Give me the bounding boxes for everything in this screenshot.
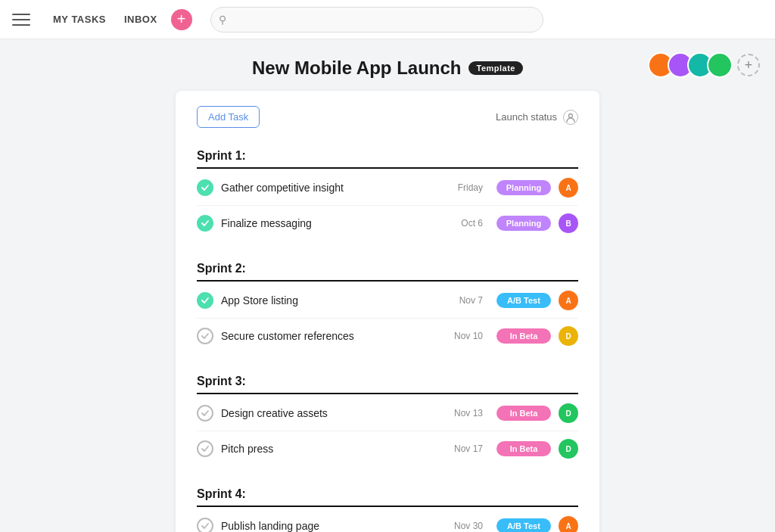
partial-check-icon (201, 444, 210, 453)
sprint-section-sprint-2: Sprint 2:App Store listingNov 7A/B TestA… (197, 256, 578, 353)
sprint-section-sprint-1: Sprint 1:Gather competitive insightFrida… (197, 143, 578, 241)
checkmark-icon (201, 296, 210, 305)
task-avatar-t2[interactable]: B (559, 213, 578, 233)
task-date-t3: Nov 7 (459, 295, 483, 306)
task-avatar-t3[interactable]: A (559, 291, 578, 310)
partial-check-icon (201, 409, 210, 418)
task-check-t6[interactable] (197, 440, 213, 457)
nav-links: MY TASKS INBOX (45, 9, 165, 30)
task-tag-t6[interactable]: In Beta (496, 441, 551, 456)
task-date-t1: Friday (458, 182, 483, 193)
task-name-t6: Pitch press (221, 443, 447, 455)
task-check-t2[interactable] (197, 215, 213, 232)
task-tag-t7[interactable]: A/B Test (496, 518, 551, 532)
search-container: ⚲ (210, 7, 543, 33)
task-avatar-t1[interactable]: A (559, 178, 578, 198)
task-check-t4[interactable] (197, 328, 213, 344)
task-panel: Add Task Launch status Sprint 1:Gather c… (176, 91, 599, 532)
task-avatar-t7[interactable]: A (559, 516, 578, 532)
task-avatar-t6[interactable]: D (559, 439, 578, 459)
task-row: Secure customer referencesNov 10In BetaD (197, 319, 578, 353)
sprint-header-sprint-3: Sprint 3: (197, 369, 578, 394)
header-avatar-group: + (648, 52, 760, 78)
nav-my-tasks[interactable]: MY TASKS (45, 9, 114, 30)
task-avatar-t5[interactable]: D (559, 403, 578, 423)
add-task-button[interactable]: Add Task (197, 106, 260, 128)
person-icon (565, 112, 576, 123)
task-date-t6: Nov 17 (454, 443, 483, 454)
task-date-t2: Oct 6 (461, 218, 483, 229)
sprint-header-sprint-4: Sprint 4: (197, 481, 578, 507)
search-input[interactable] (210, 7, 543, 33)
launch-status-icon[interactable] (563, 110, 578, 125)
svg-point-0 (569, 114, 573, 117)
launch-status: Launch status (496, 110, 578, 125)
nav-inbox[interactable]: INBOX (117, 9, 165, 30)
task-check-t3[interactable] (197, 292, 213, 309)
hamburger-menu[interactable] (12, 11, 30, 29)
task-tag-t1[interactable]: Planning (496, 180, 551, 195)
task-check-t5[interactable] (197, 405, 213, 422)
page-header: New Mobile App Launch Template + (0, 39, 775, 91)
task-check-t7[interactable] (197, 518, 213, 532)
launch-status-label: Launch status (496, 111, 557, 123)
add-member-button[interactable]: + (737, 54, 760, 76)
task-tag-t2[interactable]: Planning (496, 216, 551, 231)
avatar-4[interactable] (707, 52, 733, 78)
partial-check-icon (201, 521, 210, 530)
task-name-t5: Design creative assets (221, 407, 447, 419)
task-date-t7: Nov 30 (454, 521, 483, 531)
task-tag-t5[interactable]: In Beta (496, 406, 551, 421)
main-content: Add Task Launch status Sprint 1:Gather c… (0, 91, 775, 532)
sprint-header-sprint-1: Sprint 1: (197, 143, 578, 169)
checkmark-icon (201, 183, 210, 192)
task-name-t3: App Store listing (221, 294, 452, 306)
task-row: Publish landing pageNov 30A/B TestA (197, 509, 578, 532)
task-tag-t4[interactable]: In Beta (496, 328, 551, 344)
top-navigation: MY TASKS INBOX + ⚲ (0, 0, 775, 39)
task-avatar-t4[interactable]: D (559, 326, 578, 346)
nav-add-button[interactable]: + (171, 9, 192, 30)
page-title: New Mobile App Launch (252, 58, 461, 79)
task-date-t5: Nov 13 (454, 408, 483, 418)
task-name-t4: Secure customer references (221, 330, 447, 342)
task-date-t4: Nov 10 (454, 331, 483, 341)
task-name-t1: Gather competitive insight (221, 182, 450, 194)
search-icon: ⚲ (219, 14, 226, 26)
task-row: Pitch pressNov 17In BetaD (197, 431, 578, 466)
template-badge: Template (468, 61, 522, 75)
task-row: Finalize messagingOct 6PlanningB (197, 206, 578, 241)
task-name-t2: Finalize messaging (221, 217, 453, 229)
partial-check-icon (201, 331, 210, 341)
sprint-section-sprint-4: Sprint 4:Publish landing pageNov 30A/B T… (197, 481, 578, 532)
sprint-section-sprint-3: Sprint 3:Design creative assetsNov 13In … (197, 369, 578, 466)
task-row: Gather competitive insightFridayPlanning… (197, 170, 578, 206)
checkmark-icon (201, 219, 210, 228)
task-check-t1[interactable] (197, 179, 213, 196)
sprint-header-sprint-2: Sprint 2: (197, 256, 578, 282)
task-name-t7: Publish landing page (221, 520, 447, 532)
task-row: App Store listingNov 7A/B TestA (197, 283, 578, 319)
sprints-container: Sprint 1:Gather competitive insightFrida… (197, 143, 578, 532)
task-row: Design creative assetsNov 13In BetaD (197, 396, 578, 431)
toolbar: Add Task Launch status (197, 106, 578, 128)
task-tag-t3[interactable]: A/B Test (496, 293, 551, 308)
avatar-list (648, 52, 733, 78)
